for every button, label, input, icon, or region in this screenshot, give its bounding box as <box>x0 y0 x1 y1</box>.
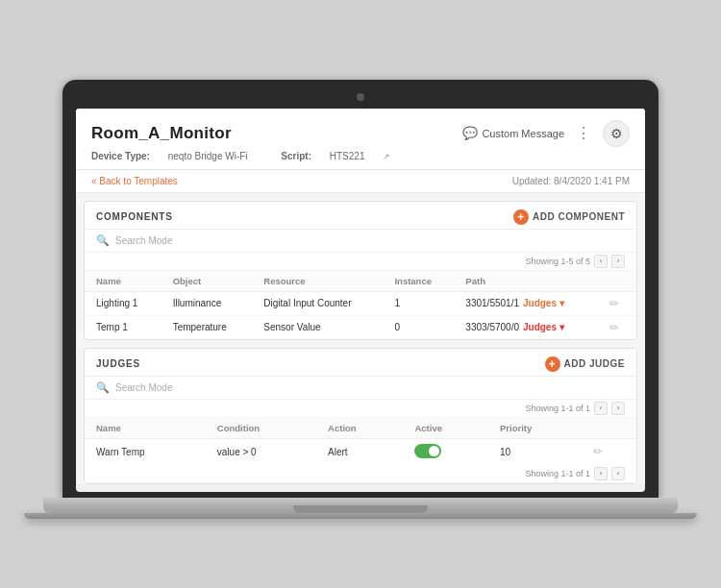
table-row: Temp 1 Temperature Sensor Value 0 3303/5… <box>85 315 636 339</box>
col-resource: Resource <box>252 271 383 292</box>
judges-section: JUDGES + ADD JUDGE 🔍 Search Mode Showing… <box>84 348 637 484</box>
add-component-button[interactable]: + ADD COMPONENT <box>513 209 625 225</box>
judge-col-condition: Condition <box>206 418 316 439</box>
judge-col-edit <box>582 418 636 439</box>
judges-pagination-text-2: Showing 1-1 of 1 <box>525 469 590 478</box>
header-meta: Device Type: neqto Bridge Wi-Fi Script: … <box>91 151 630 161</box>
components-table-header: Name Object Resource Instance Path <box>85 271 636 292</box>
external-link-icon: ↗ <box>383 152 390 161</box>
app-header: Room_A_Monitor 💬 Custom Message ⋮ ⚙ <box>76 109 645 170</box>
judge-row-active <box>403 438 488 465</box>
row-resource: Digital Input Counter <box>252 291 383 315</box>
search-icon: 🔍 <box>96 234 110 247</box>
judges-section-header: JUDGES + ADD JUDGE <box>85 349 636 377</box>
components-section-title: Components <box>96 211 173 222</box>
more-options-button[interactable]: ⋮ <box>572 124 595 142</box>
add-judge-icon: + <box>545 356 560 372</box>
judges-pagination-bottom: Showing 1-1 of 1 ‹ › <box>85 465 636 483</box>
table-row: Lighting 1 Illuminance Digital Input Cou… <box>85 291 636 315</box>
judge-row-edit: ✏ <box>582 438 636 465</box>
judges-table-header: Name Condition Action Active Priority <box>85 418 636 439</box>
judges-next-button[interactable]: › <box>611 402 625 415</box>
row-path: 3303/5700/0 Judges ▾ <box>454 315 597 339</box>
components-next-button[interactable]: › <box>611 255 625 268</box>
row-resource: Sensor Value <box>252 315 383 339</box>
col-instance: Instance <box>383 271 454 292</box>
judges-search-bar: 🔍 Search Mode <box>85 377 636 400</box>
script-label: Script: <box>281 151 311 161</box>
header-top: Room_A_Monitor 💬 Custom Message ⋮ ⚙ <box>91 120 630 147</box>
judge-row-condition: value > 0 <box>206 438 316 465</box>
components-section-header: Components + ADD COMPONENT <box>85 202 636 230</box>
screen-bezel: Room_A_Monitor 💬 Custom Message ⋮ ⚙ <box>62 80 659 498</box>
script-value: HTS221 <box>330 151 365 161</box>
custom-message-label: Custom Message <box>482 128 564 139</box>
active-toggle[interactable] <box>414 444 441 458</box>
custom-message-button[interactable]: 💬 Custom Message <box>462 126 564 140</box>
judge-row-priority: 10 <box>488 438 582 465</box>
col-actions <box>598 271 636 292</box>
components-header-row: Name Object Resource Instance Path <box>85 271 636 292</box>
header-actions: 💬 Custom Message ⋮ ⚙ <box>462 120 630 147</box>
script-link[interactable]: HTS221 ↗ <box>330 151 406 161</box>
table-row: Warn Temp value > 0 Alert 10 <box>85 438 636 465</box>
script-info: Script: HTS221 ↗ <box>281 151 406 161</box>
judge-col-name: Name <box>85 418 206 439</box>
judge-col-priority: Priority <box>488 418 582 439</box>
breadcrumb-bar: « Back to Templates Updated: 8/4/2020 1:… <box>76 170 645 193</box>
components-prev-button[interactable]: ‹ <box>594 255 608 268</box>
edit-component-button[interactable]: ✏ <box>609 297 619 310</box>
screen: Room_A_Monitor 💬 Custom Message ⋮ ⚙ <box>76 109 645 492</box>
row-instance: 1 <box>383 291 454 315</box>
row-edit: ✏ <box>598 315 636 339</box>
edit-component-button-2[interactable]: ✏ <box>609 321 619 334</box>
judges-search-mode[interactable]: Search Mode <box>115 382 172 393</box>
components-search-mode[interactable]: Search Mode <box>115 235 172 246</box>
judges-section-title: JUDGES <box>96 358 140 369</box>
device-type-label: Device Type: neqto Bridge Wi-Fi <box>91 151 265 161</box>
add-component-icon: + <box>513 209 529 225</box>
judges-prev-button[interactable]: ‹ <box>594 402 608 415</box>
components-pagination-text: Showing 1-5 of 5 <box>525 257 590 266</box>
judge-col-active: Active <box>403 418 488 439</box>
laptop-container: Room_A_Monitor 💬 Custom Message ⋮ ⚙ <box>53 80 668 519</box>
components-section: Components + ADD COMPONENT 🔍 Search Mode… <box>84 201 637 340</box>
components-table-body: Lighting 1 Illuminance Digital Input Cou… <box>85 291 636 339</box>
row-instance: 0 <box>383 315 454 339</box>
edit-judge-button[interactable]: ✏ <box>593 445 603 458</box>
message-icon: 💬 <box>462 126 478 140</box>
row-object: Temperature <box>162 315 253 339</box>
laptop-base <box>43 498 678 513</box>
row-name: Temp 1 <box>85 315 162 339</box>
back-to-templates-link[interactable]: « Back to Templates <box>91 176 178 186</box>
components-pagination-row: Showing 1-5 of 5 ‹ › <box>85 253 636 271</box>
components-table: Name Object Resource Instance Path Light… <box>85 271 636 339</box>
judges-pagination-text: Showing 1-1 of 1 <box>525 404 590 413</box>
col-name: Name <box>85 271 162 292</box>
judge-row-name: Warn Temp <box>85 438 206 465</box>
judge-row-action: Alert <box>316 438 403 465</box>
path-judges-red-label: Judges ▾ <box>523 322 564 332</box>
judge-col-action: Action <box>316 418 403 439</box>
camera <box>357 93 364 101</box>
judges-prev-button-2[interactable]: ‹ <box>594 467 608 480</box>
judges-pagination-row: Showing 1-1 of 1 ‹ › <box>85 400 636 418</box>
toggle-knob <box>429 446 439 456</box>
add-component-label: ADD COMPONENT <box>533 211 625 222</box>
judges-search-icon: 🔍 <box>96 381 110 394</box>
row-path: 3301/5501/1 Judges ▾ <box>454 291 597 315</box>
judges-table-body: Warn Temp value > 0 Alert 10 <box>85 438 636 465</box>
components-search-bar: 🔍 Search Mode <box>85 230 636 253</box>
judges-table: Name Condition Action Active Priority Wa… <box>85 418 636 465</box>
path-judges-label: Judges ▾ <box>523 298 564 308</box>
app-title: Room_A_Monitor <box>91 124 232 143</box>
app-content: Room_A_Monitor 💬 Custom Message ⋮ ⚙ <box>76 109 645 484</box>
device-type-value: neqto Bridge Wi-Fi <box>168 151 248 161</box>
row-object: Illuminance <box>162 291 253 315</box>
judges-next-button-2[interactable]: › <box>611 467 625 480</box>
settings-button[interactable]: ⚙ <box>603 120 630 147</box>
updated-text: Updated: 8/4/2020 1:41 PM <box>512 176 630 186</box>
add-judge-button[interactable]: + ADD JUDGE <box>545 356 625 372</box>
row-edit: ✏ <box>598 291 636 315</box>
laptop-foot <box>24 513 697 519</box>
